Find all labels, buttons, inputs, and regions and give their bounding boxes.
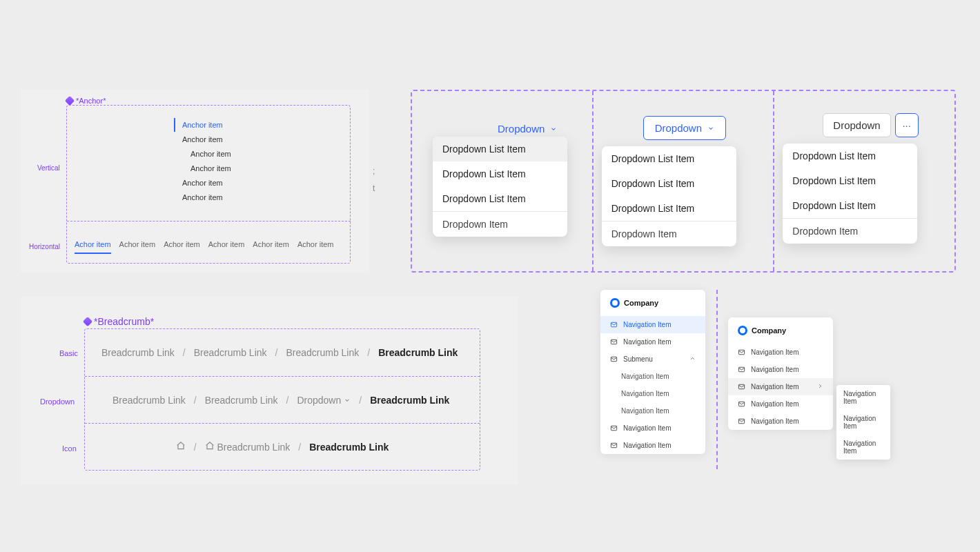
navigation-items: Navigation ItemNavigation ItemSubmenuNav… — [600, 316, 705, 454]
navigation-item[interactable]: Navigation Item — [600, 316, 705, 333]
mail-icon — [610, 424, 618, 432]
breadcrumb-separator: / — [286, 395, 289, 406]
navigation-brand[interactable]: Company — [600, 290, 705, 316]
dropdowns-panel: Dropdown Dropdown List ItemDropdown List… — [411, 90, 956, 273]
breadcrumb-current: Breadcrumb Link — [378, 347, 458, 358]
dropdown-trigger-more[interactable]: ··· — [895, 113, 919, 137]
dropdown-menu-footer-item[interactable]: Dropdown Item — [433, 212, 567, 237]
navigation-item[interactable]: Navigation Item — [728, 378, 833, 395]
navigation-item[interactable]: Submenu — [600, 351, 705, 368]
dropdown-menu-footer-item[interactable]: Dropdown Item — [783, 219, 917, 244]
navigation-card-flyout: Company Navigation ItemNavigation ItemNa… — [728, 317, 833, 430]
anchor-vertical-item[interactable]: Anchor item — [174, 176, 231, 190]
breadcrumb-link[interactable]: Breadcrumb Link — [194, 347, 267, 358]
breadcrumb-link[interactable]: Breadcrumb Link — [112, 395, 186, 406]
breadcrumb-current: Breadcrumb Link — [370, 395, 449, 406]
navigation-flyout-item[interactable]: Navigation Item — [836, 435, 890, 460]
breadcrumb-row-label-dropdown: Dropdown — [40, 397, 75, 406]
anchor-horizontal-item[interactable]: Achor item — [208, 240, 245, 254]
anchor-horizontal-item[interactable]: Achor item — [75, 240, 111, 254]
breadcrumb-link[interactable]: Breadcrumb Link — [205, 441, 291, 453]
navigation-item[interactable]: Navigation Item — [728, 344, 833, 361]
anchor-vertical-item[interactable]: Anchor item — [174, 161, 231, 175]
mail-icon — [738, 348, 745, 356]
ghost-char-2: t — [373, 184, 375, 193]
breadcrumb-link[interactable]: Breadcrumb Link — [101, 347, 175, 358]
breadcrumb-separator: / — [298, 442, 301, 453]
brand-name: Company — [752, 326, 786, 335]
dropdown-menu-item[interactable]: Dropdown List Item — [433, 161, 567, 186]
dropdown-menu-item[interactable]: Dropdown List Item — [602, 146, 736, 171]
mail-icon — [610, 338, 618, 346]
breadcrumb-row-label-icon: Icon — [62, 444, 77, 453]
mail-icon — [610, 355, 618, 363]
dropdown-menu-item[interactable]: Dropdown List Item — [783, 193, 917, 218]
navigation-subitem[interactable]: Navigation Item — [600, 368, 705, 385]
breadcrumb-current: Breadcrumb Link — [309, 442, 389, 453]
navigation-item-label: Navigation Item — [623, 424, 671, 432]
anchor-vertical-item[interactable]: Anchor item — [174, 118, 231, 132]
mail-icon — [738, 366, 745, 373]
navigation-item[interactable]: Navigation Item — [728, 361, 833, 378]
dropdown-menu: Dropdown List ItemDropdown List ItemDrop… — [602, 146, 736, 246]
navigation-brand[interactable]: Company — [728, 317, 833, 344]
breadcrumb-title: *Breadcrumb* — [84, 316, 154, 327]
navigation-item-label: Navigation Item — [751, 366, 798, 373]
breadcrumb-separator: / — [194, 395, 197, 406]
navigation-subitem[interactable]: Navigation Item — [600, 402, 705, 420]
navigation-subitem[interactable]: Navigation Item — [600, 385, 705, 402]
anchor-horizontal-item[interactable]: Achor item — [253, 240, 289, 254]
chevron-right-icon — [817, 383, 823, 391]
navigation-item[interactable]: Navigation Item — [600, 420, 705, 437]
anchor-vertical-item[interactable]: Anchor item — [174, 147, 231, 161]
dropdown-menu-footer-item[interactable]: Dropdown Item — [602, 221, 736, 246]
navigation-item[interactable]: Navigation Item — [728, 395, 833, 413]
dropdown-menu-item[interactable]: Dropdown List Item — [433, 137, 567, 161]
dropdown-trigger-label: Dropdown — [498, 123, 545, 135]
anchor-horizontal-item[interactable]: Achor item — [297, 240, 334, 254]
anchor-vertical-item[interactable]: Anchor item — [174, 132, 231, 146]
mail-icon — [610, 321, 618, 328]
anchor-horizontal-item[interactable]: Achor item — [164, 240, 200, 254]
dropdown-menu-item[interactable]: Dropdown List Item — [602, 171, 736, 196]
navigation-flyout-popup: Navigation ItemNavigation ItemNavigation… — [836, 385, 890, 460]
dropdown-menu-item[interactable]: Dropdown List Item — [433, 186, 567, 211]
breadcrumb-row-basic: Breadcrumb Link/Breadcrumb Link/Breadcru… — [85, 329, 480, 376]
dropdown-menu-item[interactable]: Dropdown List Item — [783, 168, 917, 193]
dropdown-trigger-outline[interactable]: Dropdown — [643, 116, 726, 140]
navigation-items: Navigation ItemNavigation ItemNavigation… — [728, 344, 833, 430]
breadcrumb-link[interactable]: Breadcrumb Link — [205, 395, 278, 406]
breadcrumb-separator: / — [359, 395, 362, 406]
navigation-item[interactable]: Navigation Item — [600, 333, 705, 351]
navigation-flyout-item[interactable]: Navigation Item — [836, 410, 890, 435]
breadcrumb-panel: *Breadcrumb* Basic Dropdown Icon Breadcr… — [21, 297, 518, 484]
breadcrumb-separator: / — [275, 347, 278, 358]
dropdown-menu-item[interactable]: Dropdown List Item — [783, 144, 917, 168]
dropdown-trigger-main[interactable]: Dropdown — [823, 113, 890, 137]
navigation-flyout-item[interactable]: Navigation Item — [836, 385, 890, 410]
breadcrumb-dashed-box: Breadcrumb Link/Breadcrumb Link/Breadcru… — [84, 328, 480, 471]
mail-icon — [610, 442, 618, 449]
navigation-item-label: Navigation Item — [751, 383, 798, 391]
chevron-down-icon — [550, 126, 557, 132]
navigation-item-label: Navigation Item — [751, 348, 798, 356]
navigation-item[interactable]: Navigation Item — [600, 437, 705, 454]
navigation-item-label: Navigation Item — [751, 400, 798, 408]
dropdown-menu-item[interactable]: Dropdown List Item — [602, 196, 736, 221]
navigation-item-label: Navigation Item — [623, 442, 671, 449]
anchor-vertical-item[interactable]: Anchor item — [174, 190, 231, 204]
home-icon — [205, 441, 215, 451]
anchor-title-text: *Anchor* — [76, 97, 106, 105]
anchor-horizontal-item[interactable]: Achor item — [119, 240, 156, 254]
navigation-item-label: Navigation Item — [623, 321, 671, 328]
ghost-char-1: ; — [373, 166, 375, 176]
navigation-item[interactable]: Navigation Item — [728, 413, 833, 430]
breadcrumb-home[interactable] — [176, 441, 186, 453]
breadcrumb-dropdown[interactable]: Dropdown — [297, 395, 351, 406]
component-icon — [83, 317, 92, 326]
breadcrumb-link[interactable]: Breadcrumb Link — [286, 347, 359, 358]
dropdown-trigger-text[interactable]: Dropdown — [498, 123, 557, 135]
anchor-vertical-label: Vertical — [37, 164, 60, 172]
chevron-down-icon — [707, 125, 714, 132]
dropdown-cell-outline: Dropdown Dropdown List ItemDropdown List… — [594, 91, 775, 271]
